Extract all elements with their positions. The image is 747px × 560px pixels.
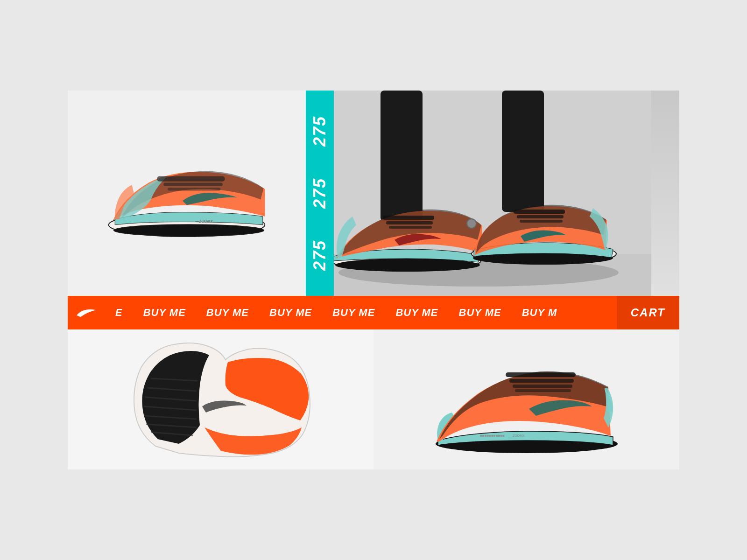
svg-text:—ZOOMX: —ZOOMX <box>195 219 213 224</box>
svg-rect-32 <box>513 385 572 388</box>
svg-rect-4 <box>168 188 220 190</box>
main-container: —ZOOMX 275 275 275 <box>68 91 679 469</box>
nav-item-buy-2[interactable]: BUY ME <box>196 296 259 329</box>
svg-text:ZOOMX: ZOOMX <box>513 434 525 437</box>
svg-rect-33 <box>515 389 571 392</box>
nav-item-buy-6[interactable]: BUY ME <box>449 296 512 329</box>
navbar: E BUY ME BUY ME BUY ME BUY ME BUY ME BUY… <box>68 296 679 329</box>
svg-point-1 <box>113 224 264 236</box>
nav-cart-button[interactable]: CART <box>617 296 679 329</box>
bottom-right-panel: ■■■■■■■■■■■ ZOOMX <box>374 329 679 469</box>
svg-rect-13 <box>383 216 434 220</box>
nav-logo[interactable] <box>68 296 105 329</box>
price-3: 275 <box>310 240 330 271</box>
bottom-section: ■■■■■■■■■■■ ZOOMX <box>68 329 679 469</box>
shoe-profile-view: ■■■■■■■■■■■ ZOOMX <box>426 343 627 455</box>
on-feet-image <box>306 91 651 296</box>
nav-item-buy-5[interactable]: BUY ME <box>385 296 448 329</box>
top-right-panel <box>306 91 679 296</box>
page-wrapper: —ZOOMX 275 275 275 <box>0 0 747 560</box>
svg-point-16 <box>467 219 476 228</box>
nav-item-buy-7[interactable]: BUY M <box>512 296 568 329</box>
nike-swoosh-icon <box>75 306 98 320</box>
bottom-left-panel <box>68 329 374 469</box>
svg-rect-10 <box>502 91 544 212</box>
price-banner: 275 275 275 <box>306 91 334 296</box>
svg-rect-20 <box>517 215 564 218</box>
svg-rect-3 <box>163 182 223 186</box>
svg-rect-19 <box>514 210 565 214</box>
nav-item-buy-3[interactable]: BUY ME <box>259 296 322 329</box>
top-section: —ZOOMX 275 275 275 <box>68 91 679 296</box>
price-1: 275 <box>310 116 330 147</box>
shoe-sole-view <box>127 339 314 460</box>
svg-rect-14 <box>386 221 433 224</box>
on-feet-background <box>306 91 679 296</box>
svg-text:■■■■■■■■■■■: ■■■■■■■■■■■ <box>480 434 505 438</box>
svg-rect-15 <box>389 226 432 229</box>
nav-item-buy-4[interactable]: BUY ME <box>322 296 385 329</box>
nav-items: E BUY ME BUY ME BUY ME BUY ME BUY ME BUY… <box>105 296 617 329</box>
svg-rect-21 <box>520 220 563 223</box>
svg-rect-31 <box>509 379 574 383</box>
svg-rect-2 <box>157 176 225 182</box>
top-left-panel: —ZOOMX <box>68 91 306 296</box>
nav-item-buy-1[interactable]: BUY ME <box>133 296 196 329</box>
svg-rect-30 <box>506 372 576 377</box>
svg-rect-9 <box>381 91 423 221</box>
shoe-side-view-image: —ZOOMX <box>98 147 275 240</box>
price-2: 275 <box>310 178 330 209</box>
nav-item-e[interactable]: E <box>105 296 133 329</box>
